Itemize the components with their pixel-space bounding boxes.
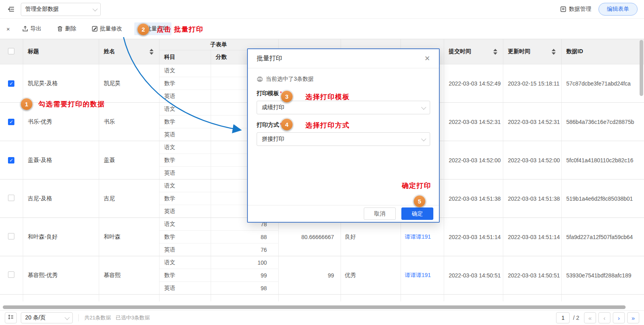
batch-print-modal: 批量打印 ✕ 当前选中了3条数据 打印模板* 成绩打印 打印方式	[247, 48, 440, 223]
step-badge-1: 1	[21, 98, 32, 110]
row-checkbox[interactable]: ✓	[8, 80, 14, 87]
row-checkbox-cell	[0, 179, 23, 218]
cell-score: 99	[211, 269, 278, 282]
cell-data-id: 53930e7541bdf288afc189	[561, 256, 644, 295]
cell-subject: 语文	[159, 179, 211, 192]
printer-icon	[257, 76, 263, 82]
edit-form-button[interactable]: 编辑表单	[598, 3, 638, 16]
page-size-select[interactable]: 20 条/页	[21, 312, 73, 323]
select-all-cell	[0, 39, 23, 64]
row-height-button[interactable]	[5, 312, 17, 323]
cell-subject: 语文	[159, 256, 211, 269]
batch-print-page: 管理全部数据 数据管理 编辑表单 ×	[0, 0, 644, 325]
horizontal-scrollbar[interactable]	[3, 305, 626, 309]
partial-table-row	[0, 295, 644, 301]
last-page-button[interactable]: »	[627, 312, 639, 323]
cell-submit-time: 2022-03-03 14:51:14	[444, 218, 503, 256]
cell-subject: 英语	[159, 282, 211, 295]
row-checkbox-cell	[0, 218, 23, 256]
cell-data-id: 586b4a736c16e7cd28875b	[561, 103, 644, 141]
cell-submit-time: 2022-03-03 14:52:49	[444, 64, 503, 103]
cell-data-id: 5fa9d227a12f507fa59cb64	[561, 218, 644, 256]
chevron-down-icon	[65, 315, 70, 320]
cell-title: 凯尼昊-及格	[23, 64, 99, 103]
edit-icon	[92, 26, 98, 32]
cell-title: 慕容熙-优秀	[23, 256, 99, 295]
column-header-subject: 科目	[159, 50, 211, 64]
cell-update-time: 2022-03-03 14:51:14	[503, 218, 561, 256]
sort-icon[interactable]	[552, 49, 556, 55]
view-select-value: 管理全部数据	[25, 6, 59, 13]
cell-submit-time: 2022-03-03 14:51:38	[444, 179, 503, 218]
modal-title: 批量打印	[257, 54, 282, 63]
cancel-button[interactable]: 取消	[364, 207, 396, 220]
delete-label: 删除	[65, 25, 76, 32]
vertical-scrollbar[interactable]	[640, 40, 643, 96]
cell-subject: 语文	[159, 141, 211, 154]
next-page-button[interactable]: ›	[613, 312, 625, 323]
delete-button[interactable]: 删除	[54, 22, 80, 35]
cell-subject: 数学	[159, 77, 211, 90]
step-badge-2: 2	[138, 24, 149, 35]
row-checkbox[interactable]	[8, 233, 14, 239]
cell-subject: 语文	[159, 64, 211, 77]
cell-subject: 数学	[159, 269, 211, 282]
step-badge-4: 4	[281, 119, 293, 130]
print-template-value: 成绩打印	[262, 104, 284, 111]
column-header-update-time[interactable]: 更新时间	[503, 39, 561, 64]
annotation-text-4: 选择打印方式	[305, 121, 350, 130]
cell-title: 和叶森-良好	[23, 218, 99, 256]
cell-title: 盖聂-及格	[23, 141, 99, 179]
associated-data-link[interactable]: 谭谭谭191	[405, 272, 431, 278]
batch-toolbar: × 导出 删除 批量修改	[0, 19, 644, 39]
column-header-submit-time[interactable]: 提交时间	[444, 39, 503, 64]
collapse-sidebar-icon[interactable]	[6, 4, 16, 14]
step-badge-3: 3	[281, 91, 293, 102]
page-number-input[interactable]	[556, 312, 570, 323]
row-checkbox[interactable]	[8, 271, 14, 278]
cell-grade: 优秀	[341, 256, 401, 295]
print-mode-value: 拼接打印	[262, 136, 284, 143]
data-manage-link[interactable]: 数据管理	[560, 6, 591, 13]
column-header-name[interactable]: 姓名	[99, 39, 159, 64]
data-manage-label: 数据管理	[569, 6, 591, 13]
export-button[interactable]: 导出	[19, 22, 45, 35]
row-checkbox[interactable]	[8, 195, 14, 201]
row-checkbox-cell: ✓	[0, 64, 23, 103]
cell-average: 80.66666667	[278, 218, 341, 256]
associated-data-link[interactable]: 谭谭谭191	[405, 233, 431, 240]
print-template-select[interactable]: 成绩打印	[257, 101, 430, 114]
chevron-down-icon	[421, 136, 427, 141]
cell-data-id: 5fc0f41a4180110c2b82c16	[561, 141, 644, 179]
close-icon[interactable]: ✕	[425, 54, 430, 63]
row-checkbox-cell: ✓	[0, 141, 23, 179]
sort-icon[interactable]	[150, 49, 154, 55]
batch-edit-label: 批量修改	[100, 25, 122, 32]
row-checkbox[interactable]: ✓	[8, 157, 14, 163]
page-total-text: / 2	[573, 315, 579, 321]
clear-selection-button[interactable]: ×	[6, 26, 10, 32]
chevron-down-icon	[421, 104, 427, 110]
cell-data-id: 57c87dcbe3fe71abd24fca	[561, 64, 644, 103]
modal-footer: 取消 确定	[248, 205, 439, 222]
prev-page-button[interactable]: ‹	[598, 312, 610, 323]
cell-grade: 良好	[341, 218, 401, 256]
batch-edit-button[interactable]: 批量修改	[88, 22, 126, 35]
select-all-checkbox[interactable]	[8, 48, 14, 54]
print-mode-select[interactable]: 拼接打印	[257, 132, 430, 146]
data-view-select[interactable]: 管理全部数据	[21, 3, 101, 16]
cell-subject: 数学	[159, 192, 211, 205]
confirm-button[interactable]: 确定	[401, 207, 433, 220]
cell-subject: 英语	[159, 128, 211, 141]
sort-icon[interactable]	[493, 49, 497, 55]
cell-submit-time: 2022-03-03 14:50:51	[444, 256, 503, 295]
annotation-text-2: 点击 批量打印	[157, 25, 203, 34]
row-checkbox[interactable]: ✓	[8, 119, 14, 125]
trash-icon	[57, 26, 63, 32]
modal-header: 批量打印 ✕	[248, 49, 439, 68]
cell-subject: 语文	[159, 218, 211, 231]
cell-subject: 英语	[159, 90, 211, 103]
first-page-button[interactable]: «	[584, 312, 596, 323]
cell-score: 88	[211, 231, 278, 243]
cell-subject: 数学	[159, 231, 211, 243]
